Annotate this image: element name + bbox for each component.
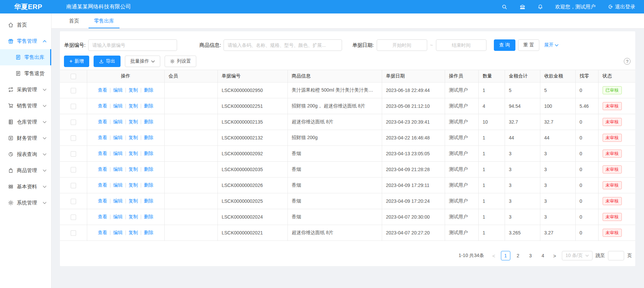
page-button-4[interactable]: 4 [538, 251, 548, 260]
row-checkbox[interactable] [71, 104, 76, 109]
view-link[interactable]: 查看 [98, 198, 107, 203]
next-page-button[interactable]: > [551, 253, 559, 259]
bell-icon[interactable] [538, 4, 543, 10]
edit-link[interactable]: 编辑 [113, 166, 123, 172]
delete-link[interactable]: 删除 [144, 166, 153, 172]
sidebar-item-product-management[interactable]: 商品管理 [0, 162, 51, 179]
edit-link[interactable]: 编辑 [113, 87, 123, 93]
date-range-picker: ~ [377, 39, 486, 51]
row-checkbox[interactable] [71, 151, 76, 157]
delete-link[interactable]: 删除 [144, 198, 153, 203]
row-checkbox[interactable] [71, 167, 76, 172]
sidebar-item-warehouse-management[interactable]: 仓库管理 [0, 114, 51, 130]
page-button-2[interactable]: 2 [513, 251, 523, 260]
view-link[interactable]: 查看 [98, 214, 107, 219]
topbar-actions: 欢迎您，测试用户 退出登录 [502, 4, 644, 10]
edit-link[interactable]: 编辑 [113, 135, 123, 140]
sidebar-item-finance-management[interactable]: 财务管理 [0, 130, 51, 146]
jump-to-page-input[interactable] [608, 251, 624, 260]
edit-link[interactable]: 编辑 [113, 151, 123, 156]
batch-actions-button[interactable]: 批量操作 [125, 56, 160, 67]
edit-link[interactable]: 编辑 [113, 182, 123, 188]
view-link[interactable]: 查看 [98, 87, 107, 93]
view-link[interactable]: 查看 [98, 135, 107, 140]
copy-link[interactable]: 复制 [129, 230, 138, 235]
copy-link[interactable]: 复制 [129, 135, 138, 140]
column-settings-button[interactable]: 列设置 [165, 56, 196, 67]
view-link[interactable]: 查看 [98, 230, 107, 235]
edit-link[interactable]: 编辑 [113, 214, 123, 219]
sidebar-item-basic-data[interactable]: 基本资料 [0, 179, 51, 195]
copy-link[interactable]: 复制 [129, 103, 138, 108]
row-checkbox[interactable] [71, 120, 76, 125]
edit-link[interactable]: 编辑 [113, 198, 123, 203]
product-info-label: 商品信息: [199, 42, 221, 49]
prev-page-button[interactable]: < [490, 253, 498, 259]
row-checkbox[interactable] [71, 230, 76, 236]
column-header-received: 收款金额 [540, 70, 575, 83]
delete-link[interactable]: 删除 [144, 230, 153, 235]
copy-link[interactable]: 复制 [129, 198, 138, 203]
copy-link[interactable]: 复制 [129, 214, 138, 219]
qty-cell: 1 [478, 178, 505, 193]
end-date-input[interactable] [436, 39, 486, 51]
member-cell [164, 162, 217, 178]
copy-link[interactable]: 复制 [129, 87, 138, 93]
row-checkbox[interactable] [71, 215, 76, 220]
row-checkbox[interactable] [71, 199, 76, 204]
delete-link[interactable]: 删除 [144, 103, 153, 108]
sidebar-item-report-query[interactable]: 报表查询 [0, 146, 51, 162]
edit-link[interactable]: 编辑 [113, 119, 123, 124]
logout-button[interactable]: 退出登录 [608, 4, 635, 10]
jump-unit-label: 页 [627, 253, 632, 259]
start-date-input[interactable] [377, 39, 427, 51]
row-checkbox[interactable] [71, 183, 76, 188]
bank-icon[interactable] [519, 4, 526, 10]
view-link[interactable]: 查看 [98, 151, 107, 156]
bill-no-input[interactable] [88, 39, 177, 51]
delete-link[interactable]: 删除 [144, 87, 153, 93]
view-link[interactable]: 查看 [98, 103, 107, 108]
tab-retail-outbound[interactable]: 零售出库 [87, 13, 122, 28]
row-checkbox[interactable] [71, 135, 76, 141]
row-checkbox[interactable] [71, 88, 76, 93]
delete-link[interactable]: 删除 [144, 151, 153, 156]
sidebar-item-system-management[interactable]: 系统管理 [0, 195, 51, 211]
sidebar-item-home[interactable]: 首页 [0, 17, 51, 33]
copy-link[interactable]: 复制 [129, 151, 138, 156]
select-all-checkbox[interactable] [71, 74, 76, 79]
sidebar-item-retail-outbound[interactable]: 零售出库 [0, 49, 51, 65]
expand-filters-link[interactable]: 展开 [544, 42, 558, 48]
sidebar-item-sales-management[interactable]: 销售管理 [0, 98, 51, 114]
filter-bar: 单据编号: 商品信息: 单据日期: ~ 查 询 重 置 展 [60, 31, 635, 51]
welcome-user-text: 欢迎您，测试用户 [555, 4, 596, 10]
delete-link[interactable]: 删除 [144, 119, 153, 124]
sidebar-item-retail-return[interactable]: 零售退货 [0, 65, 51, 82]
delete-link[interactable]: 删除 [144, 182, 153, 188]
view-link[interactable]: 查看 [98, 119, 107, 124]
sidebar-item-purchase-management[interactable]: 采购管理 [0, 82, 51, 98]
delete-link[interactable]: 删除 [144, 214, 153, 219]
qty-cell: 4 [478, 98, 505, 114]
tab-home[interactable]: 首页 [62, 13, 87, 28]
page-size-select[interactable]: 10 条/页 [562, 251, 592, 260]
edit-link[interactable]: 编辑 [113, 103, 123, 108]
add-button[interactable]: + 新增 [64, 56, 89, 67]
copy-link[interactable]: 复制 [129, 182, 138, 188]
sidebar-item-retail-management[interactable]: 零售管理 [0, 33, 51, 49]
search-button[interactable]: 查 询 [494, 39, 515, 51]
status-badge: 未审核 [603, 150, 622, 158]
page-button-3[interactable]: 3 [526, 251, 535, 260]
product-info-input[interactable] [224, 39, 342, 51]
reset-button[interactable]: 重 置 [518, 39, 540, 51]
view-link[interactable]: 查看 [98, 182, 107, 188]
copy-link[interactable]: 复制 [129, 166, 138, 172]
page-button-1[interactable]: 1 [501, 251, 510, 260]
delete-link[interactable]: 删除 [144, 135, 153, 140]
copy-link[interactable]: 复制 [129, 119, 138, 124]
help-icon[interactable]: ? [624, 58, 631, 65]
edit-link[interactable]: 编辑 [113, 230, 123, 235]
view-link[interactable]: 查看 [98, 166, 107, 172]
export-button[interactable]: 导出 [94, 56, 121, 67]
search-icon[interactable] [502, 4, 507, 10]
